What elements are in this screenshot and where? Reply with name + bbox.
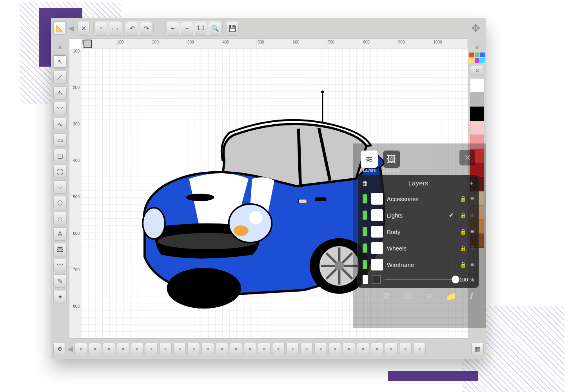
bezier-tool[interactable]: ∿ [53,118,67,131]
color-swatch[interactable] [470,107,484,121]
bottom-back-arrow-icon[interactable]: ◀ [67,345,73,353]
select-tool[interactable]: ↖ [53,55,67,68]
circle-tool[interactable]: ○ [53,180,67,194]
opacity-swatch[interactable] [363,275,368,284]
open-document-button[interactable]: ▭ [109,22,121,34]
files-button[interactable]: 📁 [446,291,456,301]
send-back-button[interactable]: ▫ [131,343,143,355]
zoom-out-button[interactable]: － [181,22,193,34]
ungroup-button[interactable]: ▫ [89,343,101,355]
tools-button[interactable]: 🛠 [383,291,391,301]
layer-lock-icon[interactable]: 🔒 [460,212,466,218]
layer-lock-icon[interactable]: 🔒 [460,229,466,235]
palette-preview-icon[interactable] [469,53,485,63]
save-button[interactable]: 💾 [226,22,239,34]
zoom-in-button[interactable]: ＋ [167,22,179,34]
settings-button[interactable]: ⚙ [404,291,412,301]
corner-sharp-button[interactable]: ▫ [413,343,426,355]
layer-options-icon[interactable]: ≡ [470,245,474,252]
corner-round-button[interactable]: ▫ [399,343,412,355]
bring-front-button[interactable]: ▫ [145,343,158,355]
color-swatch[interactable] [470,121,484,135]
line-tool[interactable]: ／ [53,71,67,84]
align-center-v-button[interactable]: ▫ [244,343,256,355]
layer-visibility-toggle[interactable] [363,211,367,220]
group-button[interactable]: ▫ [74,343,87,355]
layer-visibility-toggle[interactable] [363,194,367,203]
polyline-tool[interactable]: ⩚ [53,86,67,100]
boolean-intersect-button[interactable]: ▫ [385,343,397,355]
polygon-tool[interactable]: ⬠ [53,196,67,209]
align-bottom-button[interactable]: ▫ [258,343,270,355]
image-tool[interactable]: 🖼 [53,243,67,256]
blend-mode-button[interactable] [372,275,381,284]
rotate-left-button[interactable]: ▫ [328,343,341,355]
redo-button[interactable]: ↷ [140,22,152,34]
pen-tool[interactable]: ✎ [53,274,67,288]
layer-row[interactable]: Lights✔🔒≡ [362,207,475,223]
layer-row[interactable]: Wireframe🔒≡ [362,256,475,273]
layer-lock-icon[interactable]: 🔒 [460,196,466,202]
clip-button[interactable]: ▫ [117,343,129,355]
layer-options-icon[interactable]: ≡ [470,212,474,219]
distribute-v-button[interactable]: ▫ [286,343,299,355]
align-top-button[interactable]: ▫ [230,343,242,355]
align-center-h-button[interactable]: ▫ [201,343,214,355]
text-tool[interactable]: A [53,227,67,241]
align-right-button[interactable]: ▫ [216,343,228,355]
rotate-right-button[interactable]: ▫ [343,343,355,355]
spacing-h-button[interactable]: ▫ [300,343,313,355]
layer-visibility-toggle[interactable] [363,227,367,236]
info-button[interactable]: ℹ [469,291,472,301]
zoom-actual-button[interactable]: 1:1 [195,22,207,34]
layer-lock-icon[interactable]: 🔒 [460,245,466,251]
pan-control-icon[interactable]: ✥ [468,20,484,36]
swatch-scroll-up-icon[interactable]: ▲ [474,43,480,50]
bg-layer-tab[interactable]: 🖼 BG Layer [383,151,401,172]
layer-lock-icon[interactable]: 🔒 [460,261,466,268]
scroll-up-icon[interactable]: ▲ [57,43,63,50]
move-control-icon[interactable]: ✥ [53,343,66,355]
ellipse-tool[interactable]: ◯ [53,165,67,178]
undo-button[interactable]: ↶ [126,22,138,34]
boolean-subtract-button[interactable]: ▫ [371,343,383,355]
layer-options-icon[interactable]: ≡ [470,195,474,202]
align-left-button[interactable]: ▫ [187,343,200,355]
curve-tool[interactable]: 〰 [53,102,67,115]
hud-close-button[interactable]: ✕ [459,150,475,165]
opacity-slider[interactable] [385,279,456,280]
mask-button[interactable]: ▫ [103,343,115,355]
delete-layer-button[interactable]: 🗑 [362,180,368,187]
flip-h-button[interactable]: ▫ [159,343,172,355]
ruler-toggle-button[interactable]: 📐 [53,22,66,34]
swatch-close-button[interactable]: ✕ [471,65,483,76]
distribute-h-button[interactable]: ▫ [272,343,285,355]
layer-row[interactable]: Accessories🔒≡ [362,191,475,207]
grid-toggle-button[interactable]: ▦ [471,343,484,355]
rounded-rectangle-tool[interactable]: ▢ [53,149,67,162]
home-button[interactable]: ⌂ [364,291,369,301]
layer-options-icon[interactable]: ≡ [470,261,474,268]
rectangle-tool[interactable]: ▭ [53,133,67,147]
new-document-button[interactable]: ▫ [94,22,107,34]
close-document-button[interactable]: ✕ [77,22,90,34]
layers-tab[interactable]: ≋ Layers [361,151,378,172]
boolean-union-button[interactable]: ▫ [357,343,369,355]
layer-row[interactable]: Body🔒≡ [362,223,475,240]
opacity-slider-knob[interactable] [452,276,459,283]
layer-visibility-toggle[interactable] [363,260,367,269]
color-swatch[interactable] [470,78,484,93]
layer-visibility-toggle[interactable] [363,243,367,253]
freehand-tool[interactable]: 〰 [53,259,67,272]
star-tool[interactable]: ☆ [53,212,67,225]
spacing-v-button[interactable]: ▫ [314,343,327,355]
layer-options-icon[interactable]: ≡ [470,228,474,235]
zoom-selection-button[interactable]: 🔍 [209,22,221,34]
path-tool[interactable]: ✦ [53,290,67,303]
layer-row[interactable]: Wheels🔒≡ [362,240,475,256]
add-layer-button[interactable]: ＋ [468,179,475,187]
ruler-origin-marker[interactable] [83,40,92,48]
flip-v-button[interactable]: ▫ [173,343,186,355]
color-swatch[interactable] [470,93,484,107]
layers-button[interactable]: ≋ [425,291,432,301]
